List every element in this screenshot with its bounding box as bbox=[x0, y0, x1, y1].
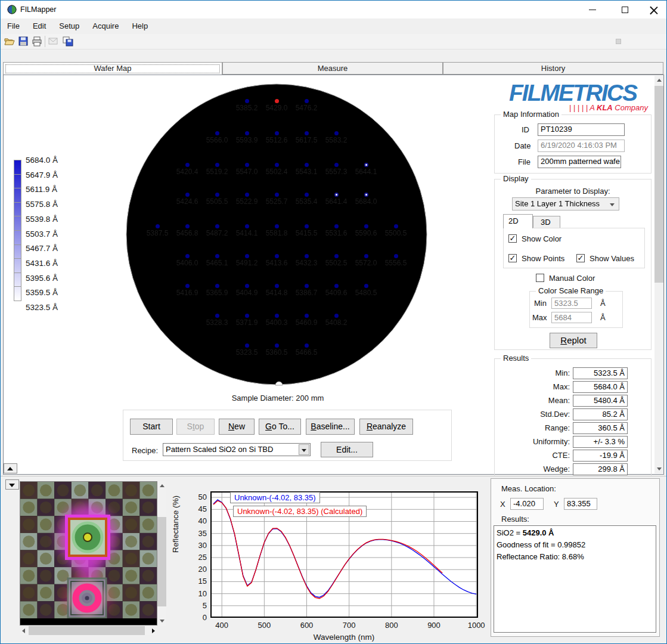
color-scale-labels: 5684.0 Å5647.9 Å5611.9 Å5575.8 Å5539.8 Å… bbox=[26, 1, 79, 475]
scroll-left-icon[interactable] bbox=[22, 628, 25, 633]
map-information-title: Map Information bbox=[501, 110, 561, 119]
scroll-up-icon[interactable] bbox=[657, 79, 662, 82]
wafer-point[interactable] bbox=[245, 254, 249, 258]
wafer-point[interactable] bbox=[215, 131, 219, 135]
wafer-point[interactable] bbox=[275, 314, 279, 318]
wafer-point[interactable] bbox=[275, 284, 279, 288]
tab-2d[interactable]: 2D bbox=[503, 214, 533, 228]
wafer-value-label: 5429.0 bbox=[260, 104, 293, 112]
camera-vscrollbar[interactable] bbox=[157, 481, 166, 626]
wafer-value-label: 5547.0 bbox=[230, 168, 263, 176]
wafer-point[interactable] bbox=[364, 224, 368, 228]
wafer-point[interactable] bbox=[275, 254, 279, 258]
wafer-point[interactable] bbox=[215, 224, 219, 228]
wafer-point[interactable] bbox=[364, 163, 368, 167]
wafer-value-label: 5502.5 bbox=[319, 259, 353, 267]
logo-slashes: | | | | | bbox=[569, 103, 588, 112]
wafer-point[interactable] bbox=[185, 284, 190, 288]
reanalyze-button[interactable]: Reanalyze bbox=[359, 419, 413, 435]
scroll-up-icon[interactable] bbox=[160, 484, 165, 487]
wafer-point-selected[interactable] bbox=[275, 99, 279, 103]
start-button[interactable]: Start bbox=[130, 419, 173, 435]
id-field[interactable]: PT10239 bbox=[538, 123, 625, 136]
edit-recipe-button[interactable]: Edit... bbox=[321, 442, 373, 457]
wafer-point[interactable] bbox=[185, 193, 190, 197]
scroll-right-icon[interactable] bbox=[152, 628, 155, 633]
wafer-point[interactable] bbox=[305, 284, 309, 288]
wafer-point[interactable] bbox=[245, 131, 249, 135]
wafer-point[interactable] bbox=[305, 193, 309, 197]
recipe-dropdown-button[interactable] bbox=[299, 444, 309, 455]
wafer-point[interactable] bbox=[334, 284, 339, 288]
replot-button[interactable]: Replot bbox=[550, 333, 597, 348]
wafer-point[interactable] bbox=[305, 254, 309, 258]
parameter-combobox[interactable]: Site 1 Layer 1 Thickness bbox=[512, 197, 619, 210]
manual-color-checkbox[interactable] bbox=[536, 274, 544, 282]
camera-hscrollbar[interactable] bbox=[20, 626, 157, 635]
wafer-point[interactable] bbox=[334, 314, 339, 318]
scrollbar-thumb[interactable] bbox=[157, 517, 166, 606]
show-points-checkbox[interactable] bbox=[508, 254, 517, 262]
wafer-point[interactable] bbox=[275, 131, 279, 135]
wafer-point[interactable] bbox=[305, 314, 309, 318]
wafer-point[interactable] bbox=[334, 131, 339, 135]
wafer-point[interactable] bbox=[305, 131, 309, 135]
wafer-point[interactable] bbox=[215, 163, 219, 167]
wafer-point[interactable] bbox=[245, 314, 249, 318]
wafer-point[interactable] bbox=[185, 254, 190, 258]
wafer-point[interactable] bbox=[245, 99, 249, 103]
wafer-point[interactable] bbox=[245, 163, 249, 167]
y-field[interactable]: 83.355 bbox=[564, 498, 597, 510]
baseline-button[interactable]: Baseline... bbox=[306, 419, 355, 435]
wafer-point[interactable] bbox=[364, 284, 368, 288]
wafer-point[interactable] bbox=[305, 224, 309, 228]
wafer-point[interactable] bbox=[275, 343, 279, 348]
show-color-checkbox[interactable] bbox=[508, 234, 517, 243]
collapse-down-button[interactable] bbox=[5, 479, 19, 490]
scroll-down-icon[interactable] bbox=[160, 620, 165, 623]
wafer-point[interactable] bbox=[364, 193, 368, 197]
wafer-point[interactable] bbox=[394, 224, 398, 228]
recipe-combobox[interactable]: Pattern Scaled SiO2 on Si TBD bbox=[163, 443, 311, 456]
collapse-up-button[interactable] bbox=[4, 463, 17, 473]
wafer-point[interactable] bbox=[275, 163, 279, 167]
scroll-down-icon[interactable] bbox=[657, 467, 662, 470]
wafer-point[interactable] bbox=[215, 254, 219, 258]
camera-view[interactable] bbox=[20, 481, 157, 626]
scrollbar-thumb[interactable] bbox=[29, 626, 145, 635]
result-field: +/- 3.3 % bbox=[573, 436, 628, 448]
wafer-point[interactable] bbox=[275, 224, 279, 228]
wafer-point[interactable] bbox=[305, 343, 309, 348]
wafer-point[interactable] bbox=[334, 193, 339, 197]
wafer-point[interactable] bbox=[275, 193, 279, 197]
wafer-point[interactable] bbox=[334, 163, 339, 167]
wafer-point[interactable] bbox=[305, 163, 309, 167]
file-field[interactable]: 200mm patterned wafe bbox=[538, 156, 621, 168]
wafer-point[interactable] bbox=[305, 99, 309, 103]
tab-3d[interactable]: 3D bbox=[533, 216, 560, 228]
wafer-point[interactable] bbox=[245, 224, 249, 228]
recipe-label: Recipe: bbox=[132, 446, 158, 455]
wafer-point[interactable] bbox=[334, 254, 339, 258]
wafer-point[interactable] bbox=[334, 224, 339, 228]
wafer-point[interactable] bbox=[245, 193, 249, 197]
scrollbar-thumb[interactable] bbox=[654, 86, 663, 283]
wafer-value-label: 5500.5 bbox=[379, 229, 412, 237]
wafer-point[interactable] bbox=[215, 284, 219, 288]
wafer-point[interactable] bbox=[394, 254, 398, 258]
wafer-point[interactable] bbox=[156, 224, 160, 228]
panel-scrollbar[interactable] bbox=[654, 76, 663, 473]
new-button[interactable]: New bbox=[219, 419, 255, 435]
wafer-point[interactable] bbox=[364, 254, 368, 258]
x-field[interactable]: -4.020 bbox=[510, 498, 544, 510]
parameter-value: Site 1 Layer 1 Thickness bbox=[515, 199, 600, 208]
wafer-point[interactable] bbox=[185, 163, 190, 167]
wafer-point[interactable] bbox=[245, 343, 249, 348]
wafer-value-label: 5432.3 bbox=[290, 259, 323, 267]
goto-button[interactable]: Go To... bbox=[259, 419, 301, 435]
wafer-point[interactable] bbox=[215, 193, 219, 197]
wafer-point[interactable] bbox=[215, 314, 219, 318]
show-values-checkbox[interactable] bbox=[576, 254, 585, 262]
wafer-point[interactable] bbox=[185, 224, 190, 228]
wafer-point[interactable] bbox=[245, 284, 249, 288]
